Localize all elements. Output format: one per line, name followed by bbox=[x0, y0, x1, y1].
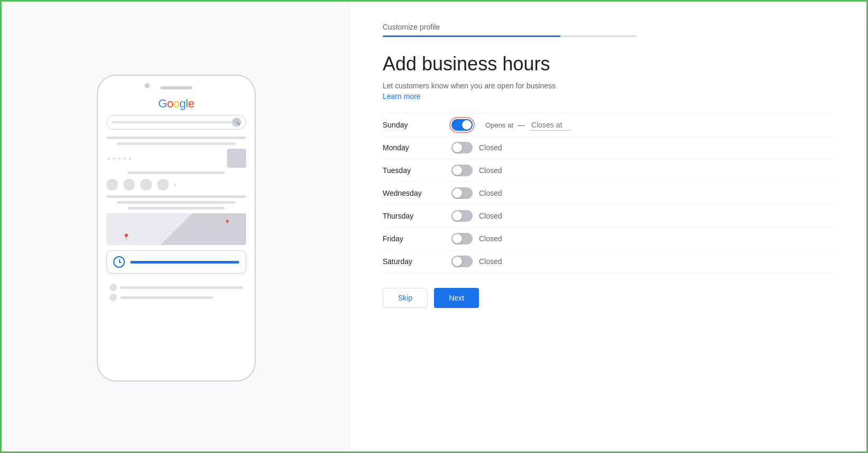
right-panel: Customize profile Add business hours Let… bbox=[351, 2, 866, 451]
progress-label: Customize profile bbox=[383, 23, 835, 31]
day-status-saturday: Closed bbox=[479, 257, 502, 266]
opens-at-label: Opens at bbox=[485, 121, 513, 129]
save-icon bbox=[140, 179, 152, 191]
day-label-thursday: Thursday bbox=[383, 212, 451, 220]
bottom-icon-1 bbox=[110, 284, 117, 291]
day-status-thursday: Closed bbox=[479, 212, 502, 220]
day-label-saturday: Saturday bbox=[383, 257, 451, 266]
toggle-monday[interactable] bbox=[451, 142, 473, 153]
desc-line-3 bbox=[128, 207, 225, 210]
phone-mockup: Google 🔍 ★★★★★ › bbox=[97, 75, 256, 382]
day-row-thursday: Thursday Closed bbox=[383, 205, 835, 228]
google-logo: Google bbox=[158, 97, 194, 111]
result-line-3 bbox=[128, 171, 225, 174]
day-row-monday: Monday Closed bbox=[383, 137, 835, 159]
map-thumbnail: 📍 📍 bbox=[106, 213, 246, 245]
chevron-right-icon: › bbox=[174, 181, 176, 188]
day-label-sunday: Sunday bbox=[383, 121, 451, 129]
desc-line-1 bbox=[106, 195, 246, 198]
toggle-friday[interactable] bbox=[451, 233, 473, 244]
hours-card bbox=[106, 250, 246, 274]
toggle-knob-tuesday bbox=[453, 166, 462, 175]
result-line-1 bbox=[106, 137, 246, 139]
progress-section: Customize profile bbox=[383, 23, 835, 37]
day-status-tuesday: Closed bbox=[479, 166, 502, 175]
day-row-saturday: Saturday Closed bbox=[383, 250, 835, 273]
day-status-wednesday: Closed bbox=[479, 189, 502, 197]
toggle-sunday[interactable] bbox=[451, 119, 473, 131]
desc-line-2 bbox=[117, 201, 236, 204]
search-bar: 🔍 bbox=[106, 115, 246, 130]
day-status-friday: Closed bbox=[479, 234, 502, 243]
toggle-knob-friday bbox=[453, 234, 462, 243]
progress-bar-container bbox=[383, 35, 637, 37]
phone-icon bbox=[106, 179, 118, 191]
day-status-monday: Closed bbox=[479, 143, 502, 152]
bottom-row-2 bbox=[110, 294, 243, 301]
toggle-thursday[interactable] bbox=[451, 210, 473, 222]
day-label-wednesday: Wednesday bbox=[383, 189, 451, 197]
learn-more-link[interactable]: Learn more bbox=[383, 92, 835, 101]
toggle-saturday[interactable] bbox=[451, 256, 473, 267]
phone-camera bbox=[144, 83, 150, 88]
time-inputs-sunday: Opens at — bbox=[479, 120, 572, 131]
star-icons: ★★★★★ bbox=[106, 156, 133, 161]
page-title: Add business hours bbox=[383, 53, 835, 75]
day-row-tuesday: Tuesday Closed bbox=[383, 159, 835, 182]
day-row-friday: Friday Closed bbox=[383, 228, 835, 250]
left-panel: Google 🔍 ★★★★★ › bbox=[2, 2, 351, 453]
skip-button[interactable]: Skip bbox=[383, 288, 428, 308]
search-icon: 🔍 bbox=[232, 117, 241, 127]
day-label-tuesday: Tuesday bbox=[383, 166, 451, 175]
toggle-knob-sunday bbox=[462, 120, 472, 130]
bottom-line-2 bbox=[120, 296, 213, 299]
logo-g: G bbox=[158, 97, 167, 111]
toggle-wednesday[interactable] bbox=[451, 187, 473, 199]
day-row-sunday: Sunday Opens at — bbox=[383, 113, 835, 137]
clock-icon bbox=[113, 256, 125, 268]
toggle-tuesday[interactable] bbox=[451, 165, 473, 176]
toggle-knob-saturday bbox=[453, 257, 462, 266]
hours-form: Sunday Opens at — Monday Closed Tues bbox=[383, 113, 835, 273]
day-row-wednesday: Wednesday Closed bbox=[383, 182, 835, 205]
directions-icon bbox=[123, 179, 135, 191]
button-row: Skip Next bbox=[383, 288, 835, 308]
bottom-line-1 bbox=[120, 286, 243, 289]
phone-content: Google 🔍 ★★★★★ › bbox=[103, 97, 249, 375]
next-button[interactable]: Next bbox=[434, 288, 479, 308]
bottom-row-1 bbox=[110, 284, 243, 291]
phone-speaker bbox=[160, 86, 192, 89]
map-pin2-icon: 📍 bbox=[224, 220, 230, 225]
day-label-monday: Monday bbox=[383, 143, 451, 152]
stars-row: ★★★★★ bbox=[106, 149, 246, 168]
closes-at-input[interactable] bbox=[529, 120, 572, 131]
map-pin-icon: 📍 bbox=[122, 233, 130, 241]
store-thumbnail bbox=[227, 149, 246, 168]
bottom-icon-2 bbox=[110, 294, 117, 301]
day-label-friday: Friday bbox=[383, 234, 451, 243]
toggle-wrap-sunday bbox=[451, 119, 473, 131]
toggle-knob-wednesday bbox=[453, 188, 462, 198]
progress-bar-fill bbox=[383, 35, 560, 37]
share-icon bbox=[157, 179, 169, 191]
bottom-lines bbox=[106, 277, 246, 308]
time-separator-sunday: — bbox=[518, 121, 525, 129]
action-icons-row: › bbox=[106, 179, 246, 191]
subtitle: Let customers know when you are open for… bbox=[383, 81, 835, 90]
hours-bar bbox=[130, 261, 239, 264]
toggle-knob-thursday bbox=[453, 211, 462, 221]
result-line-2 bbox=[117, 142, 236, 145]
toggle-knob-monday bbox=[453, 143, 462, 152]
